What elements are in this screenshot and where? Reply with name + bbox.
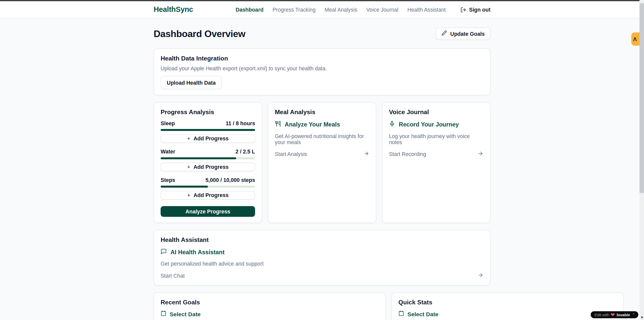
app-logo: HealthSync — [154, 5, 193, 14]
progress-analysis-card: Progress Analysis Sleep 11 / 8 hours + A… — [154, 102, 262, 223]
progress-fill — [161, 129, 255, 131]
header: HealthSync Dashboard Progress Tracking M… — [0, 1, 644, 18]
quick-stats-card: Quick Stats Select Date Today Yesterday … — [391, 292, 624, 320]
progress-track — [161, 129, 255, 131]
analyze-your-meals-link[interactable]: Analyze Your Meals — [275, 121, 369, 128]
goal-sleep: Sleep 11 / 8 hours + Add Progress — [161, 120, 255, 148]
voice-journal-card: Voice Journal Record Your Journey Log yo… — [382, 102, 490, 223]
plus-icon: + — [187, 136, 190, 142]
goal-name: Sleep — [161, 120, 175, 126]
ai-health-assistant-link[interactable]: AI Health Assistant — [161, 248, 483, 256]
upload-health-data-button[interactable]: Upload Health Data — [161, 76, 222, 89]
add-progress-button-steps[interactable]: + Add Progress — [161, 191, 255, 200]
arrow-right-icon — [478, 272, 483, 279]
nav-progress-tracking[interactable]: Progress Tracking — [272, 7, 316, 13]
quick-stats-select-date[interactable]: Select Date — [398, 310, 617, 317]
utensils-icon — [275, 121, 281, 128]
progress-track — [161, 186, 255, 188]
progress-fill — [161, 186, 208, 188]
feature-row: Progress Analysis Sleep 11 / 8 hours + A… — [154, 102, 490, 223]
voice-journal-description: Log your health journey with voice notes — [389, 133, 483, 145]
start-chat-action[interactable]: Start Chat — [161, 272, 483, 279]
pencil-icon — [442, 30, 447, 37]
goal-name: Steps — [161, 177, 175, 183]
progress-analysis-title: Progress Analysis — [161, 108, 255, 115]
microphone-icon — [389, 121, 395, 128]
progress-track — [161, 157, 255, 159]
meal-analysis-card: Meal Analysis Analyze Your Meals Get AI-… — [268, 102, 376, 223]
goal-value: 5,000 / 10,000 steps — [205, 177, 255, 183]
start-analysis-action[interactable]: Start Analysis — [275, 151, 369, 158]
health-assistant-title: Health Assistant — [161, 236, 483, 243]
log-out-icon — [461, 7, 466, 13]
nav-health-assistant[interactable]: Health Assistant — [407, 7, 446, 13]
add-progress-button-water[interactable]: + Add Progress — [161, 163, 255, 171]
close-icon[interactable]: × — [633, 311, 635, 316]
goal-value: 2 / 2.5 L — [235, 149, 255, 155]
health-assistant-card: Health Assistant AI Health Assistant Get… — [154, 230, 490, 285]
goal-name: Water — [161, 149, 175, 155]
arrow-right-icon — [478, 151, 483, 158]
goal-value: 11 / 8 hours — [226, 120, 255, 126]
recent-goals-select-date[interactable]: Select Date — [161, 310, 379, 317]
nav-meal-analysis[interactable]: Meal Analysis — [325, 7, 357, 13]
hdi-title: Health Data Integration — [161, 55, 483, 62]
nav-dashboard[interactable]: Dashboard — [236, 7, 264, 13]
main-nav: Dashboard Progress Tracking Meal Analysi… — [236, 7, 490, 13]
page-scrollbar[interactable] — [639, 0, 644, 320]
lovable-logo-icon: Λ˙ — [633, 36, 638, 42]
calendar-icon — [161, 310, 166, 317]
edit-with-lovable-badge[interactable]: Edit with lovable × — [591, 311, 638, 318]
record-your-journey-link[interactable]: Record Your Journey — [389, 121, 483, 128]
recent-goals-card: Recent Goals Select Date Today Yesterday… — [154, 292, 386, 320]
page-title: Dashboard Overview — [154, 28, 245, 39]
voice-journal-title: Voice Journal — [389, 108, 483, 115]
sign-out-button[interactable]: Sign out — [461, 7, 490, 13]
meal-analysis-description: Get AI-powered nutritional insights for … — [275, 133, 369, 145]
app-viewport: HealthSync Dashboard Progress Tracking M… — [0, 0, 644, 320]
add-progress-button-sleep[interactable]: + Add Progress — [161, 134, 255, 143]
scrollbar-thumb[interactable] — [639, 3, 644, 193]
scrollbar-down-arrow[interactable] — [641, 316, 643, 318]
goal-steps: Steps 5,000 / 10,000 steps + Add Progres… — [161, 177, 255, 205]
arrow-right-icon — [363, 151, 369, 158]
goal-water: Water 2 / 2.5 L + Add Progress — [161, 149, 255, 177]
recent-goals-title: Recent Goals — [161, 299, 379, 306]
progress-fill — [161, 157, 236, 159]
analyze-progress-button[interactable]: Analyze Progress — [161, 206, 255, 217]
lovable-side-tab[interactable]: Λ˙ — [631, 33, 640, 46]
meal-analysis-title: Meal Analysis — [275, 108, 369, 115]
heart-icon — [611, 311, 615, 318]
quick-stats-title: Quick Stats — [398, 299, 617, 306]
plus-icon: + — [187, 164, 190, 170]
health-assistant-description: Get personalized health advice and suppo… — [161, 261, 483, 267]
chat-bubble-icon — [161, 248, 167, 256]
calendar-icon — [398, 310, 404, 317]
nav-voice-journal[interactable]: Voice Journal — [366, 7, 398, 13]
hdi-description: Upload your Apple Health export (export.… — [161, 65, 483, 71]
bottom-row: Recent Goals Select Date Today Yesterday… — [154, 292, 490, 320]
update-goals-button[interactable]: Update Goals — [436, 27, 490, 40]
plus-icon: + — [187, 192, 190, 198]
start-recording-action[interactable]: Start Recording — [389, 151, 483, 158]
health-data-integration-card: Health Data Integration Upload your Appl… — [154, 48, 490, 95]
main-content: Dashboard Overview Update Goals Health D… — [154, 27, 490, 320]
